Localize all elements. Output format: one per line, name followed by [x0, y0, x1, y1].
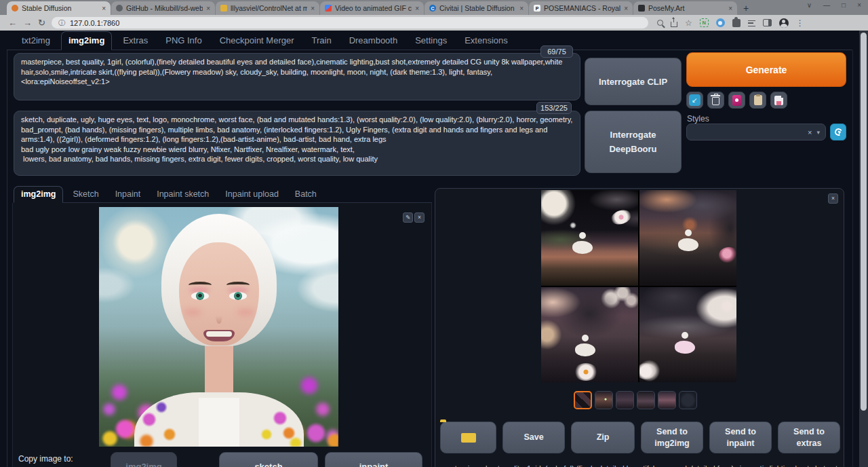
- output-image-grid: [541, 190, 736, 382]
- close-tab-icon[interactable]: ×: [415, 5, 419, 12]
- interrogate-deepbooru-button[interactable]: Interrogate DeepBooru: [585, 111, 682, 173]
- negative-prompt-input[interactable]: sketch, duplicate, ugly, huge eyes, text…: [14, 111, 580, 176]
- tab-img2img-mode[interactable]: img2img: [14, 186, 63, 203]
- content-left-border: [7, 50, 7, 467]
- address-bar[interactable]: ⓘ 127.0.0.1:7860: [52, 17, 648, 29]
- gallery-thumbnail-5[interactable]: [658, 391, 676, 409]
- tab-extras[interactable]: Extras: [116, 32, 155, 50]
- interrogate-clip-button[interactable]: Interrogate CLIP: [585, 58, 682, 105]
- close-tab-icon[interactable]: ×: [311, 5, 315, 12]
- browser-tab-github[interactable]: GitHub - Mikubill/sd-webui-con ×: [111, 1, 215, 15]
- close-tab-icon[interactable]: ×: [206, 5, 210, 12]
- browser-tab-controlnet[interactable]: lllyasviel/ControlNet at main ×: [216, 1, 319, 15]
- generate-button[interactable]: Generate: [686, 52, 846, 87]
- scrollbar-thumb[interactable]: [861, 33, 867, 411]
- prompt-input[interactable]: masterpiece, best quality, 1girl, (color…: [14, 53, 580, 100]
- tab-settings[interactable]: Settings: [408, 32, 454, 50]
- browser-menu-icon[interactable]: ⋮: [796, 19, 804, 27]
- chevron-down-icon[interactable]: ▾: [816, 129, 820, 136]
- notion-extension-icon[interactable]: N: [700, 18, 709, 27]
- tab-checkpoint-merger[interactable]: Checkpoint Merger: [213, 32, 301, 50]
- tab-inpaint-sketch[interactable]: Inpaint sketch: [150, 187, 216, 202]
- source-image[interactable]: [99, 207, 338, 447]
- site-info-icon[interactable]: ⓘ: [58, 18, 65, 28]
- reading-list-icon[interactable]: [748, 20, 755, 26]
- close-tab-icon[interactable]: ×: [519, 5, 524, 12]
- tab-dreambooth[interactable]: Dreambooth: [342, 32, 405, 50]
- edit-image-button[interactable]: ✎: [403, 212, 413, 223]
- page-scrollbar[interactable]: [859, 31, 868, 467]
- zoom-icon[interactable]: [657, 20, 663, 26]
- gallery-thumbnail-2[interactable]: [595, 391, 613, 409]
- close-gallery-button[interactable]: ×: [828, 193, 838, 204]
- output-image-2[interactable]: [639, 190, 736, 286]
- copy-to-img2img-button[interactable]: img2img: [111, 452, 177, 467]
- controlnet-favicon: [220, 5, 227, 12]
- reload-icon[interactable]: ↻: [38, 18, 45, 27]
- refresh-icon: [833, 127, 843, 136]
- open-folder-button[interactable]: [440, 422, 496, 453]
- close-window-icon[interactable]: ×: [857, 1, 861, 9]
- tab-inpaint[interactable]: Inpaint: [108, 187, 148, 202]
- tab-sketch[interactable]: Sketch: [66, 187, 105, 202]
- folder-icon: [461, 433, 476, 443]
- send-to-img2img-button[interactable]: Send to img2img: [641, 422, 703, 453]
- gallery-thumbnail-4[interactable]: [637, 391, 655, 409]
- styles-dropdown[interactable]: × ▾: [686, 124, 826, 141]
- output-image-3[interactable]: [541, 287, 638, 383]
- clear-image-button[interactable]: ×: [414, 212, 425, 223]
- browser-tab-civitai[interactable]: C Civitai | Stable Diffusion models ×: [425, 1, 528, 15]
- tab-png-info[interactable]: PNG Info: [159, 32, 208, 50]
- browser-menu-chevron-icon[interactable]: ∨: [807, 1, 812, 9]
- output-image-1[interactable]: [541, 190, 638, 286]
- refresh-styles-button[interactable]: [830, 124, 846, 141]
- maximize-icon[interactable]: □: [842, 1, 846, 9]
- zip-button[interactable]: Zip: [571, 422, 635, 453]
- browser-tab-posemaniacs[interactable]: P POSEMANIACS - Royalty free 3 ×: [529, 1, 633, 15]
- browser-tab-posemyart[interactable]: PoseMy.Art ×: [633, 1, 737, 15]
- browser-tab-gif-converter[interactable]: Video to animated GIF converter ×: [320, 1, 424, 15]
- prompt-token-counter: 69/75: [540, 45, 573, 58]
- send-to-extras-button[interactable]: Send to extras: [778, 422, 840, 453]
- tab-txt2img[interactable]: txt2img: [15, 32, 57, 50]
- extra-networks-button[interactable]: [728, 92, 745, 109]
- extension-badge-icon[interactable]: [716, 18, 725, 27]
- url-text: 127.0.0.1:7860: [70, 19, 119, 27]
- save-style-button[interactable]: [770, 92, 787, 109]
- foreground-flowers-art: [99, 406, 338, 447]
- send-to-inpaint-button[interactable]: Send to inpaint: [709, 422, 772, 453]
- close-tab-icon[interactable]: ×: [102, 5, 106, 12]
- browser-tab-stable-diffusion[interactable]: Stable Diffusion ×: [7, 1, 111, 15]
- copy-to-inpaint-button[interactable]: inpaint: [325, 452, 422, 467]
- clear-styles-icon[interactable]: ×: [808, 128, 812, 136]
- minimize-icon[interactable]: —: [823, 1, 830, 9]
- tab-inpaint-upload[interactable]: Inpaint upload: [218, 187, 285, 202]
- new-tab-button[interactable]: +: [738, 1, 754, 15]
- bookmark-star-icon[interactable]: ☆: [685, 19, 692, 27]
- extensions-puzzle-icon[interactable]: [732, 19, 741, 27]
- figure-art: [574, 335, 597, 356]
- back-icon[interactable]: ←: [8, 18, 17, 27]
- gallery-thumbnail-3[interactable]: [616, 391, 634, 409]
- source-image-panel: ✎ ×: [12, 203, 432, 467]
- close-tab-icon[interactable]: ×: [728, 5, 732, 12]
- copy-to-sketch-button[interactable]: sketch: [219, 452, 318, 467]
- tab-img2img[interactable]: img2img: [61, 31, 112, 50]
- tab-batch[interactable]: Batch: [288, 187, 323, 202]
- browser-tab-title: Civitai | Stable Diffusion models: [439, 4, 516, 12]
- gallery-thumbnail-1[interactable]: [574, 391, 592, 409]
- output-image-4[interactable]: [639, 287, 736, 383]
- side-panel-icon[interactable]: [763, 19, 772, 26]
- gallery-thumbnail-6[interactable]: [679, 391, 697, 409]
- apply-styles-button[interactable]: [749, 92, 766, 109]
- close-tab-icon[interactable]: ×: [624, 5, 628, 12]
- tab-train[interactable]: Train: [305, 32, 338, 50]
- gif-converter-favicon: [325, 5, 332, 12]
- share-icon[interactable]: [671, 22, 677, 27]
- clear-prompt-button[interactable]: [707, 92, 724, 109]
- profile-avatar[interactable]: [779, 18, 789, 28]
- tab-extensions[interactable]: Extensions: [458, 32, 515, 50]
- read-params-button[interactable]: ↙: [686, 92, 703, 109]
- forward-icon[interactable]: →: [23, 18, 32, 27]
- save-button[interactable]: Save: [502, 422, 565, 453]
